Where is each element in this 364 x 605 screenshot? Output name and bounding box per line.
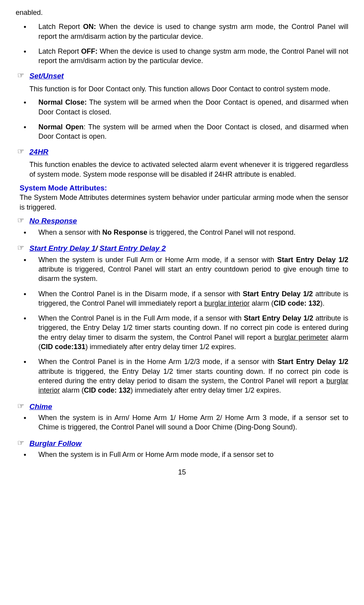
entrydelay-b3: When the Control Panel is in the Full Ar… [16, 313, 348, 351]
entrydelay-title1: Start Entry Delay 1 [29, 244, 96, 252]
latch-on-item: Latch Report ON: When the device is used… [16, 22, 348, 41]
chime-list: When the system is in Arm/ Home Arm 1/ H… [16, 413, 348, 432]
ed-b2-bold2: CID code: 132 [273, 299, 320, 307]
normalclose-item: Normal Close: The system will be armed w… [16, 98, 348, 117]
entrydelay-list: When the system is under Full Arm or Hom… [16, 255, 348, 395]
normalopen-label: Normal Open [38, 123, 83, 131]
hr24-title: 24HR [29, 148, 49, 156]
page-number: 15 [16, 467, 348, 477]
noresponse-title: No Response [29, 217, 77, 225]
chime-b1: When the system is in Arm/ Home Arm 1/ H… [16, 413, 348, 432]
ed-b3-post2: ) immediately after entry delay timer 1/… [85, 343, 236, 351]
burglar-list: When the system is in Full Arm or Home A… [16, 450, 348, 459]
hr24-desc: This function enables the device to acti… [16, 160, 348, 179]
ed-b3-bold2: CID code:131 [41, 343, 85, 351]
entrydelay-section: Start Entry Delay 1/ Start Entry Delay 2 [16, 243, 348, 254]
noresponse-item: When a sensor with No Response is trigge… [16, 228, 348, 237]
ed-b1-post: attribute is triggered, Control Panel wi… [38, 265, 348, 283]
ed-b4-post1: alarm ( [60, 386, 84, 394]
entrydelay-slash: / [96, 245, 100, 252]
latch-list: Latch Report ON: When the device is used… [16, 22, 348, 65]
burglar-title: Burglar Follow [29, 439, 81, 447]
noresponse-pre: When a sensor with [38, 228, 102, 236]
chime-title: Chime [29, 402, 52, 411]
normalclose-label: Normal Close: [38, 98, 87, 106]
ed-b2-pre: When the Control Panel is in the Disarm … [38, 290, 243, 298]
ed-b4-bold: Start Entry Delay 1/2 [277, 358, 348, 366]
ed-b4-mid: attribute is triggered, the Entry Delay … [38, 368, 348, 385]
sysmode-header: System Mode Attributes: [16, 183, 348, 193]
noresponse-section: No Response [16, 216, 348, 226]
latch-on-prefix: Latch Report [38, 23, 83, 31]
ed-b4-bold2: CID code: 132 [84, 386, 130, 394]
normalopen-text: : The system will be armed when the Door… [38, 123, 348, 140]
ed-b1-bold: Start Entry Delay 1/2 [277, 256, 348, 264]
burglar-section: Burglar Follow [16, 438, 348, 449]
noresponse-bold: No Response [102, 228, 147, 236]
hr24-section: 24HR [16, 147, 348, 157]
normalopen-item: Normal Open: The system will be armed wh… [16, 122, 348, 141]
entrydelay-b4: When the Control Panel is in the Home Ar… [16, 357, 348, 395]
ed-b1-pre: When the system is under Full Arm or Hom… [38, 256, 277, 264]
setunset-title: Set/Unset [29, 72, 64, 80]
latch-on-label: ON: [83, 23, 96, 31]
entrydelay-b2: When the Control Panel is in the Disarm … [16, 289, 348, 308]
latch-off-label: OFF: [81, 47, 98, 55]
ed-b4-pre: When the Control Panel is in the Home Ar… [38, 358, 277, 366]
ed-b2-post2: ). [320, 299, 324, 307]
noresponse-post: is triggered, the Control Panel will not… [147, 228, 295, 236]
setunset-section: Set/Unset [16, 71, 348, 81]
setunset-desc: This function is for Door Contact only. … [16, 84, 348, 94]
latch-off-prefix: Latch Report [38, 47, 81, 55]
sysmode-desc: The System Mode Attributes determines sy… [16, 193, 348, 212]
noresponse-list: When a sensor with No Response is trigge… [16, 228, 348, 237]
ed-b3-ul: burglar perimeter [274, 333, 328, 341]
chime-section: Chime [16, 402, 348, 412]
entrydelay-title2: Start Entry Delay 2 [100, 244, 166, 252]
ed-b2-bold: Start Entry Delay 1/2 [243, 290, 313, 298]
latch-off-item: Latch Report OFF: When the device is use… [16, 47, 348, 66]
setunset-list: Normal Close: The system will be armed w… [16, 98, 348, 141]
ed-b3-bold: Start Entry Delay 1/2 [244, 314, 313, 322]
ed-b4-post2: ) immediately after entry delay timer 1/… [130, 386, 281, 394]
top-enabled-text: enabled. [16, 8, 348, 17]
ed-b3-pre: When the Control Panel is in the Full Ar… [38, 314, 244, 322]
ed-b2-ul: burglar interior [204, 299, 250, 307]
entrydelay-b1: When the system is under Full Arm or Hom… [16, 255, 348, 284]
ed-b2-post1: alarm ( [250, 299, 273, 307]
burglar-b1: When the system is in Full Arm or Home A… [16, 450, 348, 459]
